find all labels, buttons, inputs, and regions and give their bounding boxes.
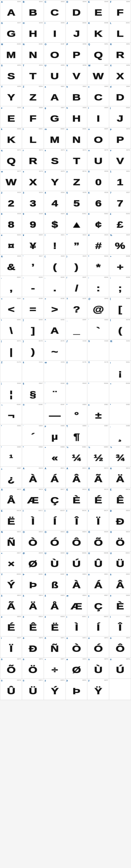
glyph-cell[interactable]: c0063C: [87, 85, 109, 106]
glyph-cell[interactable]: e0065E: [0, 106, 22, 127]
glyph-cell[interactable]: ´00B4´: [22, 424, 44, 445]
glyph-cell[interactable]: B0042B: [22, 0, 44, 21]
glyph-cell[interactable]: 700377: [109, 191, 131, 212]
glyph-cell[interactable]: &0026&: [0, 255, 22, 276]
glyph-cell[interactable]: a0061A: [44, 85, 65, 106]
glyph-cell[interactable]: þ00FEÞ: [66, 679, 87, 700]
glyph-cell[interactable]: ï00EFÏ: [0, 637, 22, 657]
glyph-cell[interactable]: |007C|: [0, 340, 22, 361]
glyph-cell[interactable]: »00BB«: [44, 445, 65, 467]
glyph-cell[interactable]: ;003B;: [109, 276, 131, 297]
glyph-cell[interactable]: À00C0À: [22, 467, 44, 488]
glyph-cell[interactable]: à00E0À: [66, 573, 87, 594]
glyph-cell[interactable]: t0074T: [66, 149, 87, 169]
glyph-cell[interactable]: >003E>: [44, 297, 65, 318]
glyph-cell[interactable]: 200322: [0, 191, 22, 212]
glyph-cell[interactable]: y0079Y: [44, 170, 65, 191]
glyph-cell[interactable]: 100311: [109, 170, 131, 191]
glyph-cell[interactable]: Ò00D2Ò: [22, 530, 44, 551]
glyph-cell[interactable]: Ð00D0Ð: [109, 509, 131, 530]
glyph-cell[interactable]: Ý00DDÝ: [0, 573, 22, 594]
glyph-cell[interactable]: V0056V: [66, 64, 87, 85]
glyph-cell[interactable]: ¼00BC¼: [66, 445, 87, 467]
glyph-cell[interactable]: Ã00C3Ã: [87, 467, 109, 488]
glyph-cell[interactable]: Œ0152: [109, 340, 131, 361]
glyph-cell[interactable]: =003D=: [22, 297, 44, 318]
glyph-cell[interactable]: d0064D: [109, 85, 131, 106]
glyph-cell[interactable]: Ñ00D1Ñ: [0, 530, 22, 551]
glyph-cell[interactable]: z007AZ: [66, 170, 87, 191]
glyph-cell[interactable]: ]005D]: [22, 318, 44, 339]
glyph-cell[interactable]: ·00B7: [87, 424, 109, 445]
glyph-cell[interactable]: ¿00BF¿: [0, 467, 22, 488]
glyph-cell[interactable]: o006FO: [87, 127, 109, 149]
glyph-cell[interactable]: Ø00D8Ø: [22, 552, 44, 572]
glyph-cell[interactable]: ½00BD½: [87, 445, 109, 467]
glyph-cell[interactable]: x0078X: [22, 170, 44, 191]
glyph-cell[interactable]: Ä00C4Ä: [109, 467, 131, 488]
glyph-cell[interactable]: Õ00D5Õ: [87, 530, 109, 551]
glyph-cell[interactable]: ó00F3Ó: [87, 637, 109, 657]
glyph-cell[interactable]: ¢00A2¢: [87, 212, 109, 233]
glyph-cell[interactable]: q0071Q: [0, 149, 22, 169]
glyph-cell[interactable]: æ00E6Æ: [66, 594, 87, 615]
glyph-cell[interactable]: Ê00CAÊ: [109, 488, 131, 509]
glyph-cell[interactable]: i0069I: [87, 106, 109, 127]
glyph-cell[interactable]: g0067G: [44, 106, 65, 127]
glyph-cell[interactable]: Â00C2Â: [66, 467, 87, 488]
glyph-cell[interactable]: ê00EAÊ: [22, 615, 44, 636]
glyph-cell[interactable]: l006CL: [22, 127, 44, 149]
glyph-cell[interactable]: Å00C5Å: [0, 488, 22, 509]
glyph-cell[interactable]: ë00EBË: [44, 615, 65, 636]
glyph-cell[interactable]: ¬00AC¬: [0, 403, 22, 424]
glyph-cell[interactable]: ý00FDÝ: [44, 679, 65, 700]
glyph-cell[interactable]: º00BA: [22, 445, 44, 467]
glyph-cell[interactable]: Ÿ0178: [87, 361, 109, 382]
glyph-cell[interactable]: 300333: [22, 191, 44, 212]
glyph-cell[interactable]: ø00F8Ø: [66, 658, 87, 679]
glyph-cell[interactable]: õ00F5Õ: [0, 658, 22, 679]
glyph-cell[interactable]: "0022”: [66, 234, 87, 254]
glyph-cell[interactable]: J004AJ: [66, 22, 87, 42]
glyph-cell[interactable]: °00B0°: [66, 403, 87, 424]
glyph-cell[interactable]: v0076V: [109, 149, 131, 169]
glyph-cell[interactable]: p0070P: [109, 127, 131, 149]
glyph-cell[interactable]: ¦00A6¦: [0, 382, 22, 403]
glyph-cell[interactable]: m006DM: [44, 127, 65, 149]
glyph-cell[interactable]: 600366: [87, 191, 109, 212]
glyph-cell[interactable]: ö00F6Ö: [22, 658, 44, 679]
glyph-cell[interactable]: 800388: [0, 212, 22, 233]
glyph-cell[interactable]: ?003F?: [66, 297, 87, 318]
glyph-cell[interactable]: }007D): [22, 340, 44, 361]
glyph-cell[interactable]: ,002C,: [0, 276, 22, 297]
glyph-cell[interactable]: ¸00B8¸: [109, 424, 131, 445]
glyph-cell[interactable]: ±00B1±: [87, 403, 109, 424]
glyph-cell[interactable]: §00A7§: [22, 382, 44, 403]
glyph-cell[interactable]: £00A3£: [109, 212, 131, 233]
glyph-cell[interactable]: Š0160: [87, 340, 109, 361]
glyph-cell[interactable]: -002D-: [22, 276, 44, 297]
glyph-cell[interactable]: é00E9É: [0, 615, 22, 636]
glyph-cell[interactable]: Q0051Q: [87, 42, 109, 64]
glyph-cell[interactable]: [005B[: [109, 297, 131, 318]
glyph-cell[interactable]: 000300: [87, 170, 109, 191]
glyph-cell[interactable]: 400344: [44, 191, 65, 212]
glyph-cell[interactable]: D0044D: [66, 0, 87, 21]
glyph-cell[interactable]: â00E2Â: [109, 573, 131, 594]
glyph-cell[interactable]: @0040@: [87, 297, 109, 318]
glyph-cell[interactable]: G0047G: [0, 22, 22, 42]
glyph-cell[interactable]: L004CL: [109, 22, 131, 42]
glyph-cell[interactable]: '0027’: [22, 255, 44, 276]
glyph-cell[interactable]: ã00E3Ã: [0, 594, 22, 615]
glyph-cell[interactable]: /002F/: [66, 276, 87, 297]
glyph-cell[interactable]: Û00DBÛ: [87, 552, 109, 572]
glyph-cell[interactable]: Ì00CCÌ: [22, 509, 44, 530]
glyph-cell[interactable]: R0052R: [109, 42, 131, 64]
glyph-cell[interactable]: r0072R: [22, 149, 44, 169]
glyph-cell[interactable]: ¯00AF—: [44, 403, 65, 424]
glyph-cell[interactable]: š0161: [22, 361, 44, 382]
glyph-cell[interactable]: €20AC▲: [66, 212, 87, 233]
glyph-cell[interactable]: ^005EA: [44, 318, 65, 339]
glyph-cell[interactable]: (0028(: [44, 255, 65, 276]
glyph-cell[interactable]: !0021!: [44, 234, 65, 254]
